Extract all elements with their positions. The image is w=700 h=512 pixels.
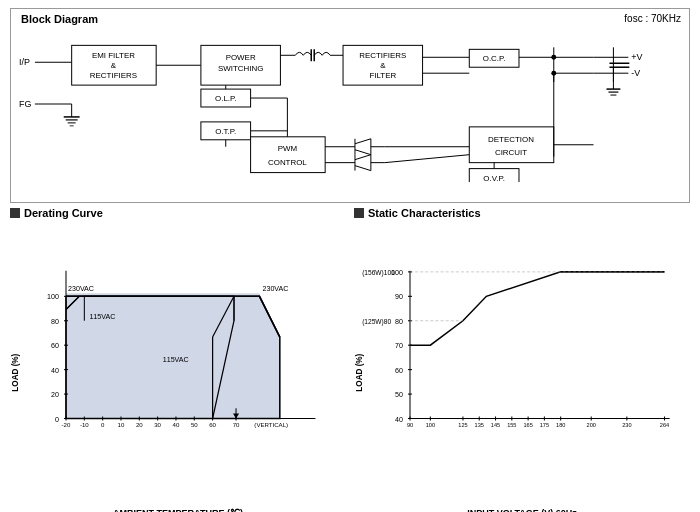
header-square-derating xyxy=(10,208,20,218)
ytick-0: 0 xyxy=(55,416,59,424)
svg-rect-38 xyxy=(251,137,326,173)
static-ytick-90: 90 xyxy=(395,293,403,301)
static-chart-area: LOAD (%) 40 50 60 70 80 xyxy=(354,221,690,504)
xtick-70: 70 xyxy=(233,421,240,428)
svg-line-50 xyxy=(355,155,371,160)
fg-label: FG xyxy=(19,99,31,109)
svg-line-46 xyxy=(355,150,371,155)
230vac-label1: 230VAC xyxy=(68,285,94,293)
static-y-label: LOAD (%) xyxy=(355,353,364,391)
block-diagram-section: Block Diagram fosc : 70KHz I/P FG EMI FI… xyxy=(10,8,690,203)
svg-line-56 xyxy=(385,155,469,163)
derating-chart-area: LOAD (%) 0 20 40 60 xyxy=(10,221,346,504)
static-xtick-100: 100 xyxy=(426,422,435,428)
static-xtick-135: 135 xyxy=(475,422,484,428)
static-xtick-180: 180 xyxy=(556,422,565,428)
svg-line-51 xyxy=(355,166,371,171)
static-xtick-90: 90 xyxy=(407,422,413,428)
emi-label2: & xyxy=(111,61,117,70)
ytick-80: 80 xyxy=(51,318,59,326)
xtick-60: 60 xyxy=(209,421,216,428)
rect-label2: & xyxy=(380,61,386,70)
static-xtick-155: 155 xyxy=(507,422,516,428)
derating-svg: LOAD (%) 0 20 40 60 xyxy=(10,221,346,504)
xtick-0: 0 xyxy=(101,421,105,428)
static-xtick-175: 175 xyxy=(540,422,549,428)
derating-title: Derating Curve xyxy=(24,207,103,219)
power-label1: POWER xyxy=(226,53,256,62)
static-xtick-145: 145 xyxy=(491,422,500,428)
otp-label: O.T.P. xyxy=(215,127,236,136)
xtick-50: 50 xyxy=(191,421,198,428)
annotation-125w: (125W)80 xyxy=(362,318,391,326)
rect-label3: FILTER xyxy=(369,71,396,80)
annotation-156w: (156W)100 xyxy=(362,269,395,277)
static-ytick-80: 80 xyxy=(395,318,403,326)
plusv-label: +V xyxy=(631,52,642,62)
static-xtick-125: 125 xyxy=(458,422,467,428)
olp-label: O.L.P. xyxy=(215,94,236,103)
ytick-20: 20 xyxy=(51,391,59,399)
static-ytick-70: 70 xyxy=(395,342,403,350)
static-ytick-40: 40 xyxy=(395,416,403,424)
xtick-30: 30 xyxy=(154,421,161,428)
minusv-label: -V xyxy=(631,68,640,78)
emi-label3: RECTIFIERS xyxy=(90,71,137,80)
xtick--20: -20 xyxy=(62,421,71,428)
block-diagram-svg: I/P FG EMI FILTER & RECTIFIERS xyxy=(17,27,683,182)
static-x-label: INPUT VOLTAGE (V) 60Hz xyxy=(354,508,690,512)
page: Block Diagram fosc : 70KHz I/P FG EMI FI… xyxy=(0,0,700,512)
static-ytick-60: 60 xyxy=(395,367,403,375)
svg-point-28 xyxy=(551,55,556,60)
block-diagram-header: Block Diagram xyxy=(17,13,683,25)
bottom-sections: Derating Curve LOAD (%) 0 xyxy=(10,207,690,504)
static-xtick-165: 165 xyxy=(523,422,532,428)
xtick-20: 20 xyxy=(136,421,143,428)
derating-header: Derating Curve xyxy=(10,207,346,219)
svg-line-45 xyxy=(355,139,371,144)
ytick-60: 60 xyxy=(51,342,59,350)
xtick--10: -10 xyxy=(80,421,89,428)
230vac-label2: 230VAC xyxy=(263,285,289,293)
ocp-label: O.C.P. xyxy=(483,54,506,63)
header-square-static xyxy=(354,208,364,218)
static-svg: LOAD (%) 40 50 60 70 80 xyxy=(354,221,690,504)
xtick-40: 40 xyxy=(173,421,180,428)
derating-section: Derating Curve LOAD (%) 0 xyxy=(10,207,346,504)
static-xtick-264: 264 xyxy=(660,422,669,428)
emi-label1: EMI FILTER xyxy=(92,51,135,60)
fosc-label: fosc : 70KHz xyxy=(624,13,681,24)
pwm-label1: PWM xyxy=(278,144,297,153)
ip-label: I/P xyxy=(19,57,30,67)
block-diagram-title: Block Diagram xyxy=(21,13,98,25)
static-header: Static Characteristics xyxy=(354,207,690,219)
diagram-area: I/P FG EMI FILTER & RECTIFIERS xyxy=(17,27,683,182)
static-section: Static Characteristics LOAD (%) 40 50 xyxy=(354,207,690,504)
rect-label1: RECTIFIERS xyxy=(359,51,406,60)
svg-rect-54 xyxy=(469,127,553,163)
ovp-label: O.V.P. xyxy=(483,174,505,182)
static-xtick-230: 230 xyxy=(622,422,631,428)
detection-label2: CIRCUIT xyxy=(495,148,527,157)
static-title: Static Characteristics xyxy=(368,207,481,219)
static-xtick-200: 200 xyxy=(587,422,596,428)
vertical-label: (VERTICAL) xyxy=(254,421,288,428)
xtick-10: 10 xyxy=(118,421,125,428)
115vac-label1: 115VAC xyxy=(89,313,115,321)
derating-y-label: LOAD (%) xyxy=(11,353,20,391)
ytick-40: 40 xyxy=(51,367,59,375)
static-ytick-50: 50 xyxy=(395,391,403,399)
power-label2: SWITCHING xyxy=(218,64,263,73)
ytick-100: 100 xyxy=(47,293,59,301)
detection-label1: DETECTION xyxy=(488,135,534,144)
pwm-label2: CONTROL xyxy=(268,158,307,167)
derating-x-label: AMBIENT TEMPERATURE (℃) xyxy=(10,508,346,512)
115vac-label2: 115VAC xyxy=(163,357,189,365)
